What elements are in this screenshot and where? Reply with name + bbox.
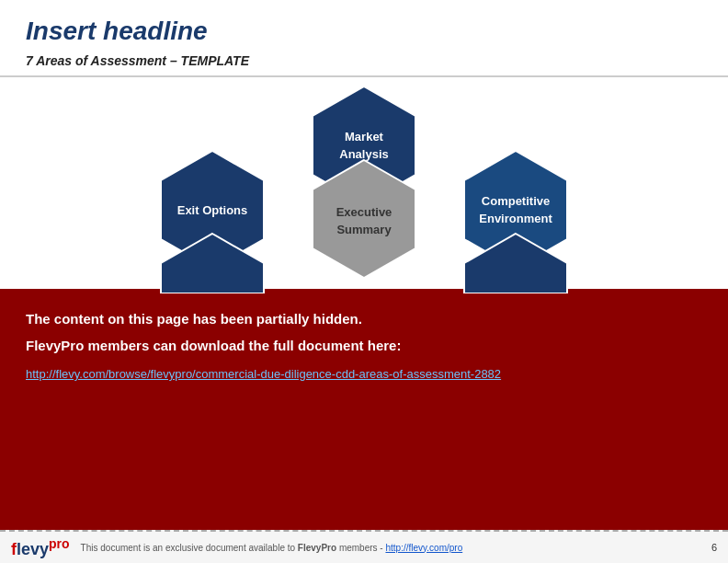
page-number: 6 [711,542,717,553]
overlay-link[interactable]: http://flevy.com/browse/flevypro/commerc… [26,367,702,381]
hex-exit-options-label: Exit Options [177,203,248,217]
footer-description: This document is an exclusive document a… [81,543,702,553]
slide: Insert headline 7 Areas of Assessment – … [0,0,728,563]
subheadline: 7 Areas of Assessment – TEMPLATE [26,53,702,68]
hex-competitive-label1: Competitive [482,194,550,208]
hex-market-analysis-label1: Market [345,130,384,144]
logo-text: flevypro [11,536,70,559]
footer-logo: flevypro [11,536,70,559]
footer: flevypro This document is an exclusive d… [0,530,728,563]
overlay-section: The content on this page has been partia… [0,289,728,530]
footer-link[interactable]: http://flevy.com/pro [385,543,462,553]
hex-executive-summary-label1: Executive [336,205,392,219]
overlay-title-line2: FlevyPro members can download the full d… [26,336,702,357]
header: Insert headline 7 Areas of Assessment – … [0,0,728,77]
overlay-title-line1: The content on this page has been partia… [26,309,702,330]
hex-competitive-label2: Environment [479,212,552,225]
hex-executive-summary-label2: Summary [336,223,392,236]
diagram-area: Market Analysis Exit Options Executive S… [0,77,728,289]
headline: Insert headline [26,17,702,46]
honeycomb-diagram: Market Analysis Exit Options Executive S… [107,77,621,293]
